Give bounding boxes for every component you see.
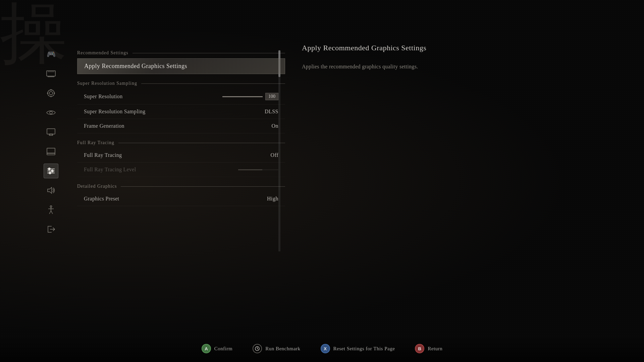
svg-rect-10	[47, 129, 55, 134]
svg-rect-0	[47, 71, 55, 76]
super-resolution-line	[141, 83, 285, 84]
ray-tracing-level-fill	[238, 169, 262, 170]
svg-point-9	[50, 111, 52, 114]
super-resolution-slider-container: 100	[222, 93, 278, 100]
svg-line-25	[51, 211, 53, 214]
super-resolution-sampling-label: Super Resolution Sampling	[84, 109, 146, 115]
graphics-preset-row[interactable]: Graphics Preset High	[77, 192, 285, 206]
x-button-icon: X	[321, 344, 330, 353]
full-ray-tracing-label: Full Ray Tracing	[84, 152, 122, 158]
ray-tracing-level-label: Full Ray Tracing Level	[84, 167, 136, 173]
recommended-section-header: Recommended Settings	[77, 50, 285, 56]
sidebar-icon-eye[interactable]	[44, 105, 58, 120]
a-button-icon: A	[202, 344, 211, 353]
svg-rect-13	[47, 153, 55, 155]
frame-generation-row[interactable]: Frame Generation On	[77, 119, 285, 133]
ray-tracing-line	[118, 143, 285, 143]
sidebar-icon-display[interactable]	[44, 66, 58, 81]
return-label: Return	[428, 346, 442, 352]
confirm-button[interactable]: A Confirm	[202, 344, 232, 353]
benchmark-button-icon	[253, 344, 262, 353]
full-ray-tracing-value: Off	[271, 152, 278, 158]
ray-tracing-level-row: Full Ray Tracing Level	[77, 163, 285, 177]
recommended-section-title: Recommended Settings	[77, 50, 128, 56]
apply-recommended-item[interactable]: Apply Recommended Graphics Settings	[77, 58, 285, 74]
sidebar-icon-target[interactable]	[44, 86, 58, 101]
super-resolution-track[interactable]	[222, 96, 263, 97]
return-button[interactable]: B Return	[415, 344, 442, 353]
detailed-graphics-title: Detailed Graphics	[77, 184, 117, 189]
svg-marker-20	[48, 187, 52, 193]
sidebar-icon-accessibility[interactable]	[44, 202, 58, 217]
svg-point-3	[48, 90, 54, 97]
ray-tracing-level-track	[238, 169, 278, 170]
benchmark-label: Run Benchmark	[265, 346, 300, 352]
super-resolution-sampling-row[interactable]: Super Resolution Sampling DLSS	[77, 105, 285, 119]
svg-point-21	[50, 206, 52, 207]
ray-tracing-level-container	[238, 169, 278, 170]
super-resolution-label: Super Resolution	[84, 94, 122, 100]
sidebar-icon-screen[interactable]	[44, 125, 58, 139]
detailed-graphics-section: Detailed Graphics Graphics Preset High	[77, 184, 285, 206]
sidebar-icon-monitor[interactable]	[44, 144, 58, 159]
super-resolution-header: Super Resolution Sampling	[77, 81, 285, 86]
svg-point-17	[51, 170, 53, 172]
detailed-graphics-line	[121, 186, 285, 187]
graphics-preset-value: High	[267, 196, 278, 202]
bottom-action-bar: A Confirm Run Benchmark X Reset Settings…	[0, 335, 644, 362]
frame-generation-value: On	[271, 123, 278, 129]
super-resolution-value: 100	[265, 93, 278, 100]
super-resolution-fill	[222, 96, 263, 97]
run-benchmark-button[interactable]: Run Benchmark	[253, 344, 300, 353]
super-resolution-sampling-value: DLSS	[265, 109, 278, 115]
super-resolution-title: Super Resolution Sampling	[77, 81, 137, 86]
sidebar-icon-sliders[interactable]	[44, 164, 58, 178]
super-resolution-row[interactable]: Super Resolution 100	[77, 89, 285, 105]
apply-recommended-label: Apply Recommended Graphics Settings	[84, 63, 187, 69]
svg-point-15	[48, 168, 50, 170]
main-content: Recommended Settings Apply Recommended G…	[77, 44, 285, 206]
b-button-icon: B	[415, 344, 424, 353]
ray-tracing-title: Full Ray Tracing	[77, 140, 114, 145]
detailed-graphics-header: Detailed Graphics	[77, 184, 285, 189]
graphics-preset-label: Graphics Preset	[84, 196, 119, 202]
confirm-label: Confirm	[214, 346, 232, 352]
recommended-section-line	[132, 53, 285, 53]
svg-point-4	[49, 92, 53, 95]
svg-point-19	[49, 172, 51, 174]
ray-tracing-section: Full Ray Tracing Full Ray Tracing Off Fu…	[77, 140, 285, 177]
sidebar-icon-audio[interactable]	[44, 183, 58, 198]
info-title: Apply Recommended Graphics Settings	[302, 44, 537, 52]
info-panel: Apply Recommended Graphics Settings Appl…	[302, 44, 537, 71]
sidebar-icon-exit[interactable]	[44, 222, 58, 237]
reset-settings-button[interactable]: X Reset Settings for This Page	[321, 344, 395, 353]
frame-generation-label: Frame Generation	[84, 123, 124, 129]
reset-label: Reset Settings for This Page	[333, 346, 395, 352]
sidebar-icon-gamepad[interactable]: 🎮	[44, 47, 58, 62]
svg-rect-11	[49, 134, 53, 135]
super-resolution-section: Super Resolution Sampling Super Resoluti…	[77, 81, 285, 133]
svg-rect-12	[47, 148, 55, 153]
ray-tracing-header: Full Ray Tracing	[77, 140, 285, 145]
svg-line-24	[49, 211, 51, 214]
info-description: Applies the recommended graphics quality…	[302, 62, 537, 71]
full-ray-tracing-row[interactable]: Full Ray Tracing Off	[77, 148, 285, 163]
sidebar-nav: 🎮	[44, 47, 70, 237]
